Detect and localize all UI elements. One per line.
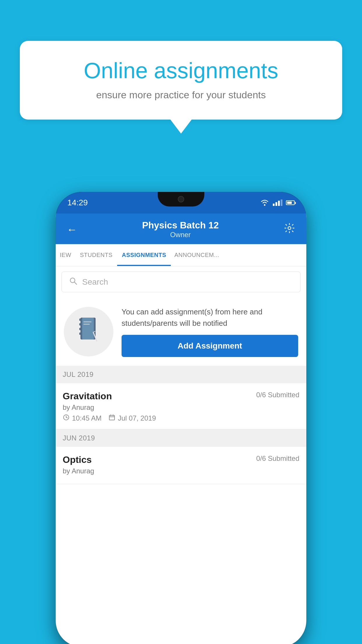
- assignment-gravitation[interactable]: Gravitation 0/6 Submitted by Anurag 10:4…: [56, 383, 306, 429]
- section-jul-2019: JUL 2019: [56, 366, 306, 383]
- tab-announcements[interactable]: ANNOUNCEM...: [171, 244, 223, 266]
- batch-owner-label: Owner: [80, 231, 281, 239]
- assignment-date: Jul 07, 2019: [108, 414, 156, 423]
- settings-button[interactable]: [281, 220, 298, 239]
- bubble-title: Online assignments: [40, 58, 322, 83]
- promo-description: You can add assignment(s) from here and …: [122, 306, 298, 329]
- assignment-submitted-2: 0/6 Submitted: [256, 454, 299, 463]
- speech-bubble-container: Online assignments ensure more practice …: [20, 41, 342, 120]
- speech-bubble: Online assignments ensure more practice …: [20, 41, 342, 120]
- status-time: 14:29: [67, 198, 88, 207]
- assignment-time: 10:45 AM: [63, 414, 101, 423]
- assignment-datetime: 10:45 AM Jul 07, 2019: [63, 414, 299, 423]
- svg-line-16: [66, 417, 67, 418]
- date-value: Jul 07, 2019: [118, 414, 156, 422]
- assignment-row-top-2: Optics 0/6 Submitted: [63, 454, 299, 465]
- tab-students[interactable]: STUDENTS: [75, 244, 117, 266]
- status-icons: [260, 199, 295, 206]
- phone-frame: 14:29 ←: [56, 192, 306, 644]
- svg-rect-11: [83, 324, 90, 325]
- phone-content: ← Physics Batch 12 Owner IEW STUDENTS AS…: [56, 214, 306, 644]
- tabs-bar: IEW STUDENTS ASSIGNMENTS ANNOUNCEM...: [56, 244, 306, 266]
- front-camera: [178, 196, 184, 202]
- status-bar: 14:29: [56, 192, 306, 214]
- tab-assignments[interactable]: ASSIGNMENTS: [117, 244, 171, 266]
- search-container: Search: [56, 266, 306, 298]
- wifi-icon: [260, 199, 269, 206]
- svg-rect-5: [79, 318, 82, 321]
- back-button[interactable]: ←: [64, 221, 80, 238]
- battery-icon: [286, 200, 295, 205]
- add-assignment-button[interactable]: Add Assignment: [122, 335, 298, 357]
- svg-rect-10: [83, 321, 92, 322]
- calendar-icon: [108, 414, 115, 423]
- svg-rect-7: [79, 328, 82, 330]
- phone-notch: [158, 192, 204, 206]
- app-header: ← Physics Batch 12 Owner: [56, 214, 306, 244]
- time-value: 10:45 AM: [72, 414, 101, 422]
- notebook-icon: [77, 316, 100, 347]
- promo-text-section: You can add assignment(s) from here and …: [122, 306, 298, 357]
- clock-icon: [63, 414, 70, 423]
- assignment-name: Gravitation: [63, 391, 112, 402]
- svg-rect-9: [82, 318, 94, 340]
- search-icon: [69, 276, 78, 287]
- tab-iew[interactable]: IEW: [56, 244, 75, 266]
- header-title-section: Physics Batch 12 Owner: [80, 220, 281, 239]
- signal-icon: [273, 200, 282, 206]
- assignment-submitted: 0/6 Submitted: [256, 391, 299, 399]
- svg-point-1: [288, 227, 291, 230]
- section-jun-2019: JUN 2019: [56, 429, 306, 447]
- svg-rect-6: [79, 323, 82, 326]
- search-bar[interactable]: Search: [61, 272, 301, 292]
- batch-title: Physics Batch 12: [80, 220, 281, 231]
- svg-line-3: [74, 282, 77, 284]
- assignment-row-top: Gravitation 0/6 Submitted: [63, 391, 299, 402]
- promo-section: You can add assignment(s) from here and …: [56, 298, 306, 366]
- svg-point-0: [264, 204, 266, 206]
- svg-rect-8: [79, 332, 82, 335]
- promo-icon-circle: [64, 307, 113, 356]
- assignment-name-2: Optics: [63, 454, 92, 465]
- search-input-placeholder: Search: [82, 277, 108, 287]
- bubble-subtitle: ensure more practice for your students: [40, 89, 322, 101]
- assignment-optics[interactable]: Optics 0/6 Submitted by Anurag: [56, 447, 306, 484]
- assignment-author: by Anurag: [63, 403, 299, 412]
- assignment-author-2: by Anurag: [63, 467, 299, 475]
- svg-rect-17: [109, 415, 115, 420]
